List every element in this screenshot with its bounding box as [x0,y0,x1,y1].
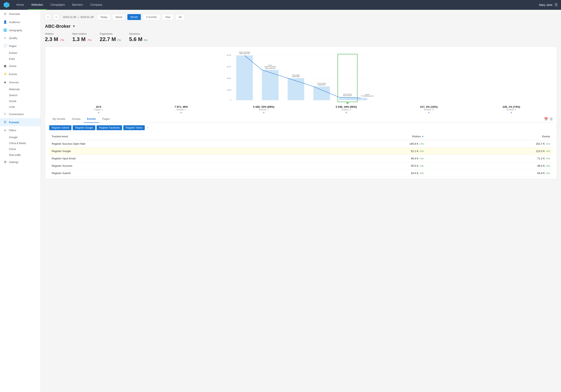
stat-sessions: Sessions 5.6 M 3% [129,32,148,42]
tab-events[interactable]: Events [84,115,99,123]
company-selector: ABC-Broker ▼ [45,24,557,29]
cell-event-name: Register Success [49,162,300,170]
stat-visitors-change: -7% [59,39,64,42]
tab-groups[interactable]: Groups [69,115,84,123]
sidebar-subitem-china-baidu[interactable]: China & Baidu [9,140,41,146]
sidebar-subitem-referrals[interactable]: Referrals [9,86,41,92]
cell-event-name: Register Google [49,148,300,155]
funnel-chart-container: 20.0K 15.0K 10.0K 5 000 0 [45,46,557,179]
top-navigation: Home Websites Campaigns Banners Company … [0,0,561,10]
filter-tag-register-yahoo[interactable]: Register Yahoo [123,125,145,130]
cell-visitors: 145.8 K +4% [300,140,426,148]
prev-period-button[interactable]: ‹ [45,14,51,20]
sidebar-item-audience[interactable]: 👤 Audience [0,18,41,26]
table-row: Register Google 51.1 K +3% 113.3 K +5% [49,148,553,155]
stat-new-visitors-label: New visitors [72,32,91,35]
svg-text:/forex: /forex [269,64,272,66]
menu-icon[interactable]: ☰ [554,3,558,7]
sidebar-item-conversions[interactable]: ⚐ Conversions [0,110,41,118]
period-today-button[interactable]: Today [97,14,110,20]
stats-row: Visitors 2.3 M -7% New visitors 1.3 M -7… [45,32,557,42]
pages-icon: 📄 [3,44,7,48]
stat-visitors-value: 2.3 M -7% [45,36,64,42]
audience-icon: 👤 [3,20,7,24]
next-period-button[interactable]: › [53,14,59,20]
y-label-10k: 10.0K [227,77,231,79]
funnel-bar-3 [313,86,330,100]
period-year-button[interactable]: Year [162,14,173,20]
cell-event-name: Register Success Open Mail [49,140,300,148]
funnel-step-0: 16 K Pages: 1 + [57,105,140,115]
stat-new-visitors-change: -7% [87,39,91,42]
nav-campaigns[interactable]: Campaigns [47,0,68,10]
stat-visitors: Visitors 2.3 M -7% [45,32,64,42]
nav-websites[interactable]: Websites [28,0,46,10]
funnel-step-4: 317, 2% (10%) Events: 4 + [388,105,470,115]
filter-tag-register-facebook[interactable]: Register Facebook [97,125,122,130]
sidebar-subitem-exits[interactable]: Exits [9,56,41,62]
tab-my-funnels[interactable]: My funnels [49,115,69,123]
sidebar-subitem-social[interactable]: Social [9,98,41,104]
sidebar-item-zones[interactable]: ▣ Zones [0,62,41,70]
username-label: Mary Jane [539,3,552,7]
events-table: Tracked event Visitors ▼ Events Register… [49,133,553,177]
nav-items: Home Websites Campaigns Banners Company [13,0,539,10]
calendar-view-button[interactable]: 📅 [544,117,548,121]
sidebar-item-settings[interactable]: ⚙ Settings [0,158,41,166]
funnel-step-3: 3 036, 19% (56%) Events: 1 + [305,105,388,115]
period-all-button[interactable]: All [176,14,184,20]
cell-visitors: 46.4 K +3% [300,155,426,162]
sidebar-item-quality[interactable]: ≡ Quality [0,34,41,42]
table-row: Register Input Email 46.4 K +3% 71.2 K +… [49,155,553,162]
col-visitors[interactable]: Visitors ▼ [300,133,426,140]
sidebar-subitem-google[interactable]: Google [9,134,41,140]
cell-event-name: Register Input Email [49,155,300,162]
filter-tag-register-google[interactable]: Register Google [73,125,95,130]
nav-banners[interactable]: Banners [69,0,86,10]
sidebar-item-sources[interactable]: ◈ Sources [0,78,41,86]
filter-tags-close-button[interactable]: × [147,126,149,130]
overview-icon: ⊙ [3,12,7,16]
sidebar-item-overview[interactable]: ⊙ Overview [0,10,41,18]
sidebar-subitem-entries[interactable]: Entries [9,50,41,56]
company-name-label: ABC-Broker [45,24,71,29]
sidebar-item-geography[interactable]: 🌐 Geography [0,26,41,34]
sidebar-subitem-utm[interactable]: UTM [9,104,41,110]
sidebar-item-pages[interactable]: 📄 Pages [0,42,41,50]
stat-new-visitors: New visitors 1.3 M -7% [72,32,91,42]
funnel-bar-0 [236,55,253,100]
sidebar-item-filters[interactable]: ≡ Filters [0,126,41,134]
sidebar-subitem-search[interactable]: Search [9,92,41,98]
stat-sessions-label: Sessions [129,32,148,35]
table-row: Register Success 35.5 K +3% 38.5 K +6% [49,162,553,170]
cell-events: 38.5 K +6% [426,162,553,170]
sidebar: ⊙ Overview 👤 Audience 🌐 Geography ≡ Qual… [0,10,41,392]
funnel-step-2: 5 426, 33% (68%) Events: 1 + [223,105,305,115]
sidebar-item-events[interactable]: ⚡ Events [0,70,41,78]
stat-pageviews: Pageviews 22.7 M 2% [100,32,121,42]
sidebar-subitem-china[interactable]: China [9,146,41,152]
company-dropdown-icon[interactable]: ▼ [72,24,76,28]
period-3months-button[interactable]: 3 months [143,14,160,20]
filter-tags: Register Submit Register Google Register… [49,125,553,130]
nav-company[interactable]: Company [87,0,106,10]
main-content: ‹ › 2018.12.30 — 2019.01.28 Today Week M… [41,10,561,392]
nav-home[interactable]: Home [13,0,27,10]
events-icon: ⚡ [3,72,7,76]
period-week-button[interactable]: Week [112,14,125,20]
date-bar: ‹ › 2018.12.30 — 2019.01.28 Today Week M… [45,14,557,20]
y-label-5k: 5 000 [227,89,231,91]
filters-icon: ≡ [3,128,7,132]
date-range-label: 2018.12.30 — 2019.01.28 [61,15,95,19]
tab-pages[interactable]: Pages [99,115,113,123]
y-label-15k: 15.0K [227,66,231,68]
list-view-button[interactable]: ☰ [550,117,553,121]
zones-icon: ▣ [3,64,7,68]
sidebar-subitem-red-traffic[interactable]: Red traffic [9,152,41,158]
filters-subitems: Google China & Baidu China Red traffic [0,134,41,158]
funnel-steps-row: 16 K Pages: 1 + 7 971, 49% Events: 1 + 5… [49,105,553,115]
filter-tag-register-submit[interactable]: Register Submit [49,125,71,130]
sidebar-item-funnels[interactable]: ▽ Funnels [0,118,41,126]
col-events: Events [426,133,553,140]
period-month-button[interactable]: Month [127,14,141,20]
